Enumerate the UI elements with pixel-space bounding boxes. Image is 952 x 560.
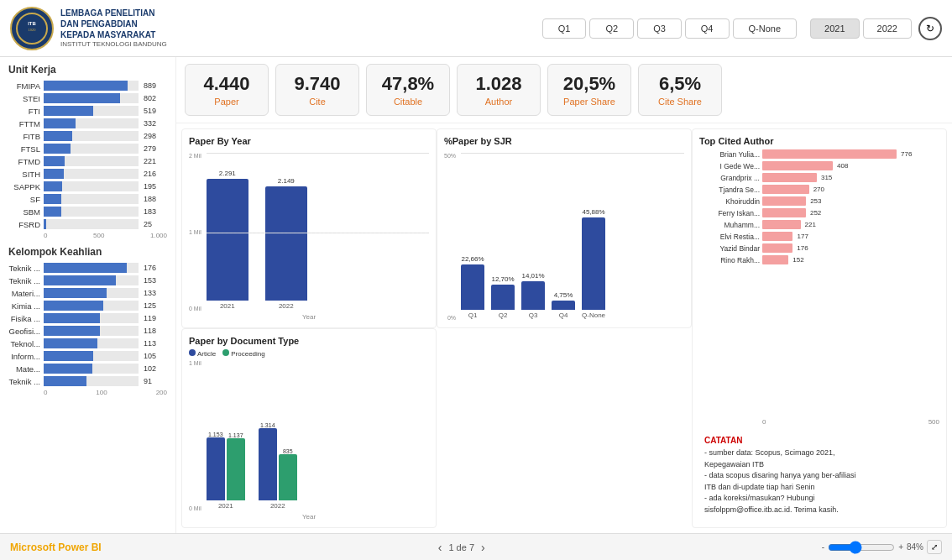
filter-q4-button[interactable]: Q4 bbox=[685, 18, 730, 39]
unit-kerja-item: SBM 183 bbox=[8, 207, 167, 217]
kpi-row: 4.440 Paper 9.740 Cite 47,8% Citable 1.0… bbox=[176, 57, 952, 123]
bar-2021: 2.291 2021 bbox=[207, 170, 248, 310]
kpi-citeshare-label: Cite Share bbox=[652, 97, 708, 107]
kpi-paper-value: 4.440 bbox=[199, 73, 254, 95]
content-area: Unit Kerja FMIPA 889 STEI 802 FTI 519 FT… bbox=[0, 57, 952, 533]
paper-by-year-panel: Paper By Year 2 Mil 1 Mil 0 Mil bbox=[181, 128, 437, 328]
top-cited-title: Top Cited Author bbox=[699, 136, 939, 146]
cited-bar-item: I Gede We... 408 bbox=[699, 161, 939, 170]
prev-page-button[interactable]: ‹ bbox=[438, 541, 442, 554]
unit-kerja-item: FSRD 25 bbox=[8, 219, 167, 229]
svg-text:1920: 1920 bbox=[29, 28, 37, 32]
cited-bar-item: Tjandra Se... 270 bbox=[699, 185, 939, 194]
kelompok-item: Mate... 102 bbox=[8, 364, 167, 374]
paper-year-bars: 2.291 2021 2.149 2022 bbox=[207, 153, 429, 311]
unit-kerja-item: FMIPA 889 bbox=[8, 81, 167, 91]
footer-zoom-area: - + 84% ⤢ bbox=[822, 540, 942, 554]
next-page-button[interactable]: › bbox=[481, 541, 485, 554]
kelompok-item: Kimia ... 125 bbox=[8, 301, 167, 311]
doc-type-panel: Paper by Document Type Article Proceedin… bbox=[181, 328, 437, 528]
kpi-papershare-value: 20,5% bbox=[562, 73, 617, 95]
footer-nav: ‹ 1 de 7 › bbox=[438, 541, 485, 554]
kpi-paper: 4.440 Paper bbox=[185, 64, 269, 116]
top-cited-panel: Top Cited Author Brian Yulia... 776 I Ge… bbox=[692, 128, 947, 528]
kelompok-item: Teknik ... 176 bbox=[8, 263, 167, 273]
footer-brand[interactable]: Microsoft Power BI bbox=[10, 542, 102, 553]
kpi-cite-value: 9.740 bbox=[290, 73, 345, 95]
year-2022-button[interactable]: 2022 bbox=[863, 18, 912, 39]
sidebar: Unit Kerja FMIPA 889 STEI 802 FTI 519 FT… bbox=[0, 57, 176, 533]
top-cited-bars: Brian Yulia... 776 I Gede We... 408 Gran… bbox=[699, 149, 939, 415]
kpi-citeshare-value: 6,5% bbox=[652, 73, 708, 95]
kpi-author-value: 1.028 bbox=[471, 73, 526, 95]
kpi-citable-label: Citable bbox=[380, 97, 436, 107]
kelompok-item: Fisika ... 119 bbox=[8, 313, 167, 323]
kpi-papershare: 20,5% Paper Share bbox=[547, 64, 631, 116]
kelompok-item: Teknol... 113 bbox=[8, 338, 167, 348]
page-info: 1 de 7 bbox=[448, 542, 474, 552]
cited-bar-item: Yazid Bindar 176 bbox=[699, 243, 939, 253]
cited-bar-item: Grandprix ... 315 bbox=[699, 173, 939, 182]
zoom-slider[interactable] bbox=[828, 541, 895, 554]
filter-q2-button[interactable]: Q2 bbox=[589, 18, 634, 39]
svg-text:ITB: ITB bbox=[28, 21, 36, 26]
unit-kerja-item: FTMD 221 bbox=[8, 156, 167, 166]
sjr-bar-col: 45,88% Q-None bbox=[582, 208, 605, 319]
kelompok-item: Teknik ... 153 bbox=[8, 275, 167, 285]
sjr-bar-col: 14,01% Q3 bbox=[521, 272, 545, 319]
logo-icon: ITB 1920 bbox=[10, 7, 54, 50]
kelompok-item: Materi... 133 bbox=[8, 288, 167, 298]
cited-bar-item: Ferry Iskan... 252 bbox=[699, 208, 939, 217]
sjr-bar-col: 22,66% Q1 bbox=[461, 255, 484, 319]
filter-button-group: Q1 Q2 Q3 Q4 Q-None bbox=[542, 18, 797, 39]
unit-kerja-item: FITB 298 bbox=[8, 131, 167, 141]
unit-kerja-item: FTTM 332 bbox=[8, 118, 167, 128]
notes-title: CATATAN bbox=[704, 436, 934, 445]
notes-text: - sumber data: Scopus, Scimago 2021, Kep… bbox=[704, 447, 934, 516]
charts-area: Paper By Year 2 Mil 1 Mil 0 Mil bbox=[176, 123, 952, 533]
unit-kerja-item: SF 188 bbox=[8, 194, 167, 204]
sjr-bar-col: 12,70% Q2 bbox=[491, 275, 515, 319]
sjr-bar-col: 4,75% Q4 bbox=[552, 291, 575, 319]
filter-q1-button[interactable]: Q1 bbox=[542, 18, 587, 39]
sjr-bars-container: 22,66% Q1 12,70% Q2 14,01% Q3 4,75% Q4 4… bbox=[461, 153, 684, 321]
logo-area: ITB 1920 LEMBAGA PENELITIAN DAN PENGABDI… bbox=[10, 7, 212, 50]
kelompok-item: Inform... 105 bbox=[8, 351, 167, 361]
notes-area: CATATAN - sumber data: Scopus, Scimago 2… bbox=[699, 431, 939, 521]
cited-bar-item: Rino Rakh... 152 bbox=[699, 255, 939, 264]
unit-kerja-item: SITH 216 bbox=[8, 169, 167, 179]
kpi-citeshare: 6,5% Cite Share bbox=[638, 64, 722, 116]
unit-kerja-title: Unit Kerja bbox=[8, 64, 167, 76]
zoom-level: 84% bbox=[907, 542, 923, 552]
kpi-citable-value: 47,8% bbox=[380, 73, 436, 95]
kpi-cite-label: Cite bbox=[290, 97, 345, 107]
bar-2022: 2.149 2022 bbox=[265, 177, 307, 310]
doc-type-legend: Article Proceeding bbox=[189, 349, 429, 358]
kelompok-item: Teknik ... 91 bbox=[8, 376, 167, 386]
main-area: 4.440 Paper 9.740 Cite 47,8% Citable 1.0… bbox=[176, 57, 952, 533]
header: ITB 1920 LEMBAGA PENELITIAN DAN PENGABDI… bbox=[0, 0, 952, 57]
cited-bar-item: Elvi Restia... 177 bbox=[699, 232, 939, 241]
kpi-papershare-label: Paper Share bbox=[562, 97, 617, 107]
doc-type-title: Paper by Document Type bbox=[189, 336, 429, 346]
footer: Microsoft Power BI ‹ 1 de 7 › - + 84% ⤢ bbox=[0, 533, 952, 560]
paper-by-year-title: Paper By Year bbox=[189, 136, 429, 146]
cited-bar-item: Muhamm... 221 bbox=[699, 220, 939, 229]
kelompok-title: Kelompok Keahlian bbox=[8, 246, 167, 258]
cited-bar-item: Khoiruddin 253 bbox=[699, 196, 939, 206]
unit-kerja-item: FTI 519 bbox=[8, 106, 167, 116]
year-button-group: 2021 2022 bbox=[810, 18, 912, 39]
unit-kerja-item: FTSL 279 bbox=[8, 144, 167, 154]
doc-type-bars: 1.153 1.137 2021 bbox=[207, 360, 429, 511]
kelompok-item: Geofisi... 118 bbox=[8, 326, 167, 336]
kpi-author-label: Author bbox=[471, 97, 526, 107]
year-2021-button[interactable]: 2021 bbox=[810, 18, 859, 39]
unit-kerja-bars: FMIPA 889 STEI 802 FTI 519 FTTM 332 FITB bbox=[8, 81, 167, 229]
filter-q3-button[interactable]: Q3 bbox=[637, 18, 682, 39]
kpi-cite: 9.740 Cite bbox=[275, 64, 359, 116]
fullscreen-button[interactable]: ⤢ bbox=[927, 540, 942, 554]
sjr-panel: %Paper by SJR 50% 0% 22,66% Q1 12,70% Q2 bbox=[437, 128, 692, 328]
refresh-button[interactable]: ↻ bbox=[918, 17, 942, 40]
kpi-paper-label: Paper bbox=[199, 97, 254, 107]
filter-qnone-button[interactable]: Q-None bbox=[733, 18, 798, 39]
